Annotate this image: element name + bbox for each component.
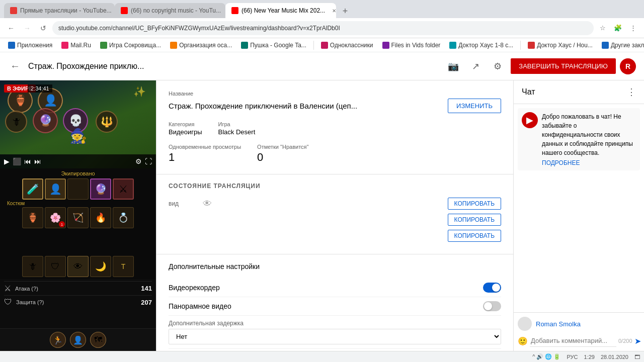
delay-row: Дополнительная задержка Нет: [169, 316, 501, 349]
category-label: Категория: [169, 121, 202, 127]
bookmark-game-icon: [100, 42, 107, 49]
stream-stats-row: Одновременные просмотры 1 Отметки "Нрави…: [169, 144, 501, 164]
costume-slot-3[interactable]: 🏹: [67, 207, 89, 228]
costume-slot-1[interactable]: 🏺: [22, 207, 43, 228]
chat-send-button[interactable]: ➤: [634, 336, 641, 346]
edit-stream-button[interactable]: ИЗМЕНИТЬ: [448, 99, 501, 113]
video-settings-button[interactable]: ⚙: [135, 157, 142, 165]
bookmark-house1-label: Доктор Хаус 1-8 с...: [458, 42, 513, 49]
next-button[interactable]: ⏭: [34, 157, 41, 165]
inv-slot-1[interactable]: 🧪: [22, 178, 43, 200]
back-button[interactable]: ←: [4, 21, 18, 35]
game-label: Игра: [218, 121, 256, 127]
copy-button-3[interactable]: КОПИРОВАТЬ: [448, 230, 501, 242]
bookmark-files[interactable]: Files in Vids folder: [378, 41, 445, 50]
bookmark-game[interactable]: Игра Сокровища...: [96, 41, 165, 50]
video-preview: 🏺 👤 🗡 🔮 💀 🔱 🧙 ✨ В ЭФИРЕ 2:34: [0, 80, 156, 168]
chat-input[interactable]: [530, 335, 616, 347]
taskbar-icon: 🗔: [634, 354, 640, 360]
stream-timer: 2:34:41: [28, 84, 52, 93]
defense-value: 207: [141, 299, 152, 306]
tab-1[interactable]: Прямые трансляции - YouTube... ✕: [4, 3, 115, 18]
bookmark-mail[interactable]: Mail.Ru: [57, 41, 95, 50]
status-time: 1:29: [584, 354, 595, 360]
share-icon-button[interactable]: ↗: [466, 57, 485, 75]
stream-name: Страж. Прохождение приключений в Валенси…: [169, 102, 440, 110]
camera-icon-button[interactable]: 📷: [444, 57, 462, 75]
menu-button[interactable]: ⋮: [626, 21, 640, 35]
studio-back-button[interactable]: ←: [8, 58, 22, 74]
end-stream-button[interactable]: ЗАВЕРШИТЬ ТРАНСЛЯЦИЮ: [511, 58, 616, 74]
chat-system-link[interactable]: ПОДРОБНЕЕ: [542, 159, 636, 166]
defense-stat-row: 🛡 Защита (?) 207: [4, 295, 152, 309]
refresh-button[interactable]: ↺: [36, 21, 50, 35]
chat-menu-button[interactable]: ⋮: [627, 86, 636, 98]
costume-slot-2[interactable]: 🌸1: [45, 207, 66, 228]
costume-slot-4[interactable]: 🔥: [90, 207, 111, 228]
inventory-grid: 🧪 👤 🔮 ⚔: [0, 178, 156, 200]
fullscreen-button[interactable]: ⛶: [145, 157, 152, 165]
action-btn-3[interactable]: 🗺: [90, 332, 106, 348]
bookmark-apps[interactable]: Приложения: [4, 41, 56, 50]
stop-button[interactable]: ⬛: [13, 157, 21, 165]
nav-bar: ← → ↺ studio.youtube.com/channel/UC_BFyF…: [0, 18, 644, 38]
nav-actions: ☆ 🧩 ⋮: [596, 21, 640, 35]
inv-slot-2[interactable]: 👤: [45, 178, 66, 200]
url-bar[interactable]: studio.youtube.com/channel/UC_BFyFoKiNFW…: [52, 21, 594, 35]
chat-system-content: Добро пожаловать в чат! Не забывайте о к…: [542, 112, 636, 166]
play-pause-button[interactable]: ▶: [4, 157, 10, 165]
tab-3-close[interactable]: ✕: [330, 7, 336, 15]
costume-label: Костюм: [0, 200, 156, 207]
inv-slot-4[interactable]: 🔮: [90, 178, 111, 200]
scene-particles: ✨: [133, 85, 146, 98]
inventory-panel: Экипировано 🧪 👤 🔮 ⚔ Костюм 🏺 🌸1: [0, 168, 156, 254]
chat-user-avatar: [518, 317, 532, 331]
bookmark-house1[interactable]: Доктор Хаус 1-8 с...: [445, 41, 517, 50]
panoramic-video-toggle[interactable]: [483, 301, 501, 311]
hud-item-6[interactable]: 🔱: [96, 111, 118, 133]
prev-button[interactable]: ⏮: [24, 157, 31, 165]
forward-button[interactable]: →: [20, 21, 34, 35]
copy-button-2[interactable]: КОПИРОВАТЬ: [448, 214, 501, 226]
tab-2-favicon: [121, 7, 128, 14]
inv-slot-5[interactable]: ⚔: [113, 178, 134, 200]
settings-icon-button[interactable]: ⚙: [489, 57, 507, 75]
bookmark-other-icon: [602, 42, 609, 49]
new-tab-button[interactable]: +: [338, 4, 352, 18]
bookmark-ok[interactable]: Одноклассники: [317, 41, 377, 50]
delay-select[interactable]: Нет: [169, 329, 501, 344]
hud-item-3[interactable]: 🗡: [5, 111, 27, 133]
user-avatar[interactable]: R: [620, 58, 636, 74]
chat-panel: Чат ⋮ ▶ Добро пожаловать в чат! Не забыв…: [513, 80, 644, 351]
visibility-icon-1[interactable]: 👁: [203, 199, 212, 209]
hud-item-4[interactable]: 🔮: [33, 108, 58, 133]
views-item: Одновременные просмотры 1: [169, 144, 241, 164]
bookmark-sep-1: [313, 41, 314, 50]
bookmark-button[interactable]: ☆: [596, 21, 610, 35]
category-item: Категория Видеоигры: [169, 121, 202, 136]
bookmark-org[interactable]: Организация oca...: [166, 41, 236, 50]
action-btn-1[interactable]: 🏃: [50, 332, 66, 348]
tab-1-favicon: [10, 7, 17, 14]
scene-character: 🧙: [69, 128, 87, 144]
delay-container: Дополнительная задержка Нет: [169, 320, 501, 344]
emoji-button[interactable]: 🙂: [518, 336, 528, 346]
costume-grid: 🏺 🌸1 🏹 🔥 💍: [0, 207, 156, 228]
copy-button-1[interactable]: КОПИРОВАТЬ: [448, 198, 501, 210]
costume-slot-5[interactable]: 💍: [113, 207, 134, 228]
tab-2[interactable]: (66) no copyright music - YouTu... ✕: [115, 3, 225, 18]
bottom-slot-3[interactable]: 👁: [67, 256, 89, 277]
bookmark-pushka[interactable]: Пушка - Google Ta...: [237, 41, 310, 50]
bottom-slot-2[interactable]: 🛡: [45, 256, 66, 277]
bottom-slot-1[interactable]: 🗡: [22, 256, 43, 277]
bottom-slot-4[interactable]: 🌙: [90, 256, 111, 277]
extensions-button[interactable]: 🧩: [611, 21, 625, 35]
bookmark-house2[interactable]: Доктор Хаус / Ноu...: [524, 41, 597, 50]
bookmark-other[interactable]: Другие закладки: [598, 41, 644, 50]
inv-slot-3[interactable]: [67, 178, 89, 200]
tab-3[interactable]: (66) New Year Music Mix 202... ✕: [225, 3, 336, 18]
game-item: Игра Black Desert: [218, 121, 256, 136]
bottom-slot-5[interactable]: T: [113, 256, 134, 277]
action-btn-2[interactable]: 👤: [70, 332, 86, 348]
video-recorder-toggle[interactable]: [483, 283, 501, 293]
